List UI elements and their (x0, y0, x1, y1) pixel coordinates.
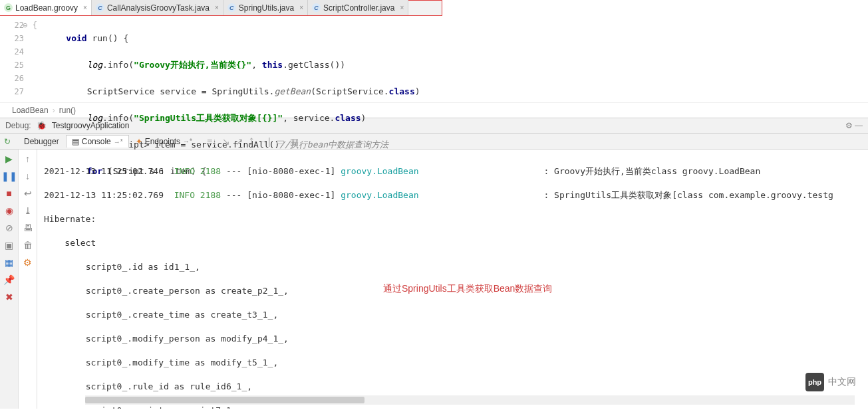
pid: 2188 (200, 190, 221, 200)
step-into-icon[interactable]: ↘ (222, 136, 230, 147)
debug-label: Debug: (5, 121, 31, 130)
run-gutter: ▶ ❚❚ ■ ◉ ⊘ ▣ ▦ 📌 ✖ (0, 150, 19, 409)
tab-label: Debugger (24, 137, 59, 146)
step-over-icon[interactable]: ≡↓ (207, 136, 217, 147)
line-num: 23 (0, 32, 24, 45)
close-icon[interactable]: × (215, 4, 219, 11)
h-scrollbar[interactable] (85, 395, 855, 405)
tab-callanalysis[interactable]: CCallAnalysisGroovyTask.java× (92, 0, 223, 15)
sep: --- (226, 190, 241, 200)
scroll-icon[interactable]: ⤓ (24, 205, 32, 216)
pause-icon[interactable]: ❚❚ (1, 171, 17, 181)
kw: class (335, 113, 361, 123)
clear-icon[interactable]: 🗑 (23, 240, 33, 251)
txt: .info( (102, 60, 134, 70)
chevron-right-icon: › (53, 106, 55, 115)
settings-icon[interactable]: ▦ (5, 257, 13, 268)
sql: select (65, 238, 96, 248)
annotation-overlay: 通过SpringUtils工具类获取Bean数据查询 (383, 282, 552, 294)
tab-label: Endpoints (145, 137, 180, 146)
sql: script0_.modify_person as modify_p4_1_, (86, 334, 289, 344)
tab-label: CallAnalysisGroovyTask.java (107, 3, 210, 13)
more-icon[interactable]: ▥ (290, 136, 299, 147)
col: : (543, 166, 549, 176)
tab-springutils[interactable]: CSpringUtils.java× (223, 0, 308, 15)
line-num: 25 (0, 58, 24, 72)
fold-icon[interactable]: ⊖ { (23, 19, 37, 32)
wrap-icon[interactable]: ↩ (24, 188, 32, 199)
step-out-icon[interactable]: ↗ (235, 136, 243, 147)
sql: script0_.modify_time as modify_t5_1_, (86, 358, 279, 367)
kw: void (66, 33, 86, 43)
print-icon[interactable]: 🖶 (23, 223, 33, 233)
tab-label: LoadBean.groovy (15, 3, 78, 13)
gutter: ⊖ { 22 23 24 25 26 27 (0, 16, 40, 102)
sql: script0_.create_person as create_p2_1_, (86, 286, 289, 296)
tab-label: Console (82, 137, 111, 146)
close-icon[interactable]: ✖ (5, 292, 13, 302)
th: [nio-8080-exec-1] (247, 190, 335, 200)
java-icon: C (312, 3, 321, 12)
tab-console[interactable]: ▤Console→* (66, 135, 129, 148)
filter-icon[interactable]: ⚙ (23, 257, 32, 268)
str: "Groovy开始执行,当前类{}" (134, 60, 251, 70)
layout-icon[interactable]: ▣ (5, 240, 13, 251)
sql: script0_.id as id1_1_, (86, 262, 200, 272)
watermark-logo: php (805, 373, 824, 391)
resume-icon[interactable]: ▶ (5, 154, 13, 164)
txt: ScriptService service = SpringUtils. (87, 86, 275, 96)
code-editor[interactable]: ⊖ { 22 23 24 25 26 27 void run() { log.i… (0, 16, 868, 102)
txt: , (251, 60, 262, 70)
console-icon: ▤ (72, 137, 79, 146)
th: [nio-8080-exec-1] (247, 166, 335, 176)
breakpoints-icon[interactable]: ◉ (5, 205, 13, 216)
ts: 2021-12-13 11:25:02.746 (44, 166, 164, 176)
down-icon[interactable]: ↓ (25, 171, 30, 181)
pin-icon[interactable]: 📌 (3, 274, 15, 285)
lvl: INFO (174, 190, 195, 200)
msg: SpringUtils工具类获取对象[class com.example.gro… (554, 190, 833, 200)
endpoints-icon: ✦ (136, 137, 142, 146)
pid: 2188 (200, 166, 221, 176)
kw: class (389, 86, 415, 96)
crumb-item[interactable]: run() (59, 106, 76, 115)
tab-debugger[interactable]: Debugger (19, 136, 65, 148)
gear-icon[interactable]: ⚙ — (845, 121, 863, 130)
debug-config-name[interactable]: TestgroovyApplication (52, 121, 130, 130)
console-gutter: ↑ ↓ ↩ ⤓ 🖶 🗑 ⚙ (19, 150, 37, 409)
mute-icon[interactable]: ⊘ (5, 223, 13, 233)
close-icon[interactable]: × (83, 4, 87, 11)
str: "SpringUtils工具类获取对象[{}]" (134, 113, 283, 123)
stop-icon[interactable]: ■ (6, 188, 11, 199)
tab-loadbean[interactable]: GLoadBean.groovy× (0, 0, 92, 15)
watermark-text: 中文网 (828, 376, 856, 388)
code-area[interactable]: void run() { log.info("Groovy开始执行,当前类{}"… (40, 16, 868, 102)
console-output[interactable]: 2021-12-13 11:25:02.746 INFO 2188 --- [n… (37, 150, 868, 409)
txt: ) (415, 86, 420, 96)
java-icon: C (227, 3, 236, 12)
scroll-thumb[interactable] (85, 397, 364, 403)
tab-endpoints[interactable]: ✦Endpoints→* (130, 136, 198, 148)
pin-icon[interactable]: →* (183, 138, 192, 145)
mth: getBean (274, 86, 311, 96)
tab-label: SpringUtils.java (239, 3, 294, 13)
cls: groovy.LoadBean (341, 166, 418, 176)
sql: Hibernate: (44, 213, 868, 225)
sql: script0_.create_time as create_t3_1_, (86, 310, 279, 320)
close-icon[interactable]: × (299, 4, 303, 11)
close-icon[interactable]: × (400, 4, 404, 11)
evaluate-icon[interactable]: ▭ (276, 136, 285, 147)
tab-scriptcontroller[interactable]: CScriptController.java× (308, 0, 408, 15)
up-icon[interactable]: ↑ (25, 154, 30, 164)
pin-icon[interactable]: →* (114, 138, 123, 146)
rerun-icon[interactable]: ↻ (4, 137, 11, 146)
run-to-cursor-icon[interactable]: →| (259, 136, 271, 147)
line-num: 22 (0, 19, 24, 32)
txt: (ScriptService. (311, 86, 388, 96)
drop-frame-icon[interactable]: ⤴ (249, 136, 253, 147)
debug-output: ▶ ❚❚ ■ ◉ ⊘ ▣ ▦ 📌 ✖ ↑ ↓ ↩ ⤓ 🖶 🗑 ⚙ 2021-12… (0, 150, 868, 409)
crumb-item[interactable]: LoadBean (12, 106, 49, 115)
txt: , service. (283, 113, 335, 123)
ts: 2021-12-13 11:25:02.769 (44, 190, 164, 200)
lvl: INFO (174, 166, 195, 176)
